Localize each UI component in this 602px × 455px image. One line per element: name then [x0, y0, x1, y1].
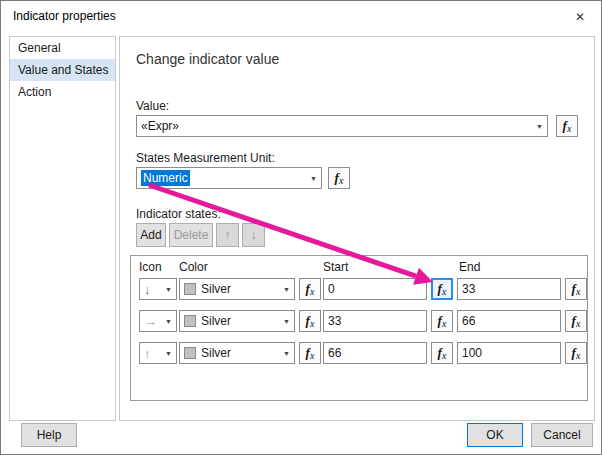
page-title: Change indicator value: [136, 51, 279, 67]
end-input[interactable]: [457, 310, 561, 332]
value-dropdown[interactable]: «Expr» ▼: [136, 115, 548, 137]
value-expression-text: «Expr»: [141, 119, 179, 133]
start-expression-button[interactable]: fx: [431, 342, 453, 364]
start-input[interactable]: [323, 342, 427, 364]
start-expression-button[interactable]: fx: [431, 278, 453, 300]
end-expression-button[interactable]: fx: [565, 342, 587, 364]
value-label: Value:: [136, 99, 169, 113]
color-name: Silver: [201, 346, 231, 360]
chevron-down-icon[interactable]: ▼: [165, 318, 172, 325]
move-down-button[interactable]: ↓: [242, 223, 265, 247]
main-panel: Change indicator value Value: «Expr» ▼ f…: [119, 36, 595, 421]
color-expression-button[interactable]: fx: [299, 342, 321, 364]
chevron-down-icon[interactable]: ▼: [165, 286, 172, 293]
unit-label: States Measurement Unit:: [136, 151, 275, 165]
value-expression-button[interactable]: fx: [556, 115, 578, 137]
indicator-states-table: Icon Color Start End ↓ ▼ Silver ▼ fx fx: [130, 255, 588, 401]
icon-dropdown[interactable]: ↑ ▼: [139, 342, 177, 364]
unit-expression-button[interactable]: fx: [328, 167, 350, 189]
up-arrow-icon: ↑: [225, 228, 231, 242]
column-header-start: Start: [323, 260, 348, 274]
column-header-icon: Icon: [139, 260, 162, 274]
delete-button[interactable]: Delete: [169, 223, 213, 247]
column-header-end: End: [459, 260, 480, 274]
color-expression-button[interactable]: fx: [299, 310, 321, 332]
close-icon[interactable]: ✕: [571, 8, 589, 26]
dialog-title: Indicator properties: [13, 9, 116, 23]
table-row: ↑ ▼ Silver ▼ fx fx fx: [131, 342, 587, 364]
right-arrow-icon: →: [144, 314, 157, 329]
chevron-down-icon[interactable]: ▼: [310, 175, 317, 182]
icon-dropdown[interactable]: ↓ ▼: [139, 278, 177, 300]
color-dropdown[interactable]: Silver ▼: [179, 342, 295, 364]
chevron-down-icon[interactable]: ▼: [283, 318, 290, 325]
color-swatch: [184, 315, 196, 327]
ok-button[interactable]: OK: [467, 423, 523, 447]
color-name: Silver: [201, 314, 231, 328]
up-arrow-icon: ↑: [144, 346, 151, 361]
color-swatch: [184, 347, 196, 359]
title-bar: Indicator properties ✕: [1, 1, 601, 31]
unit-selected-value: Numeric: [141, 170, 190, 186]
cancel-button[interactable]: Cancel: [531, 423, 593, 447]
start-input[interactable]: [323, 310, 427, 332]
table-row: → ▼ Silver ▼ fx fx fx: [131, 310, 587, 332]
color-dropdown[interactable]: Silver ▼: [179, 310, 295, 332]
move-up-button[interactable]: ↑: [216, 223, 239, 247]
indicator-states-label: Indicator states:: [136, 207, 221, 221]
chevron-down-icon[interactable]: ▼: [283, 350, 290, 357]
end-input[interactable]: [457, 278, 561, 300]
down-arrow-icon: ↓: [144, 282, 151, 297]
help-button[interactable]: Help: [21, 423, 77, 447]
sidebar-item-action[interactable]: Action: [10, 81, 115, 103]
sidebar-item-value-and-states[interactable]: Value and States: [10, 59, 115, 81]
sidebar: General Value and States Action: [9, 36, 116, 421]
chevron-down-icon[interactable]: ▼: [165, 350, 172, 357]
chevron-down-icon[interactable]: ▼: [283, 286, 290, 293]
indicator-properties-dialog: Indicator properties ✕ General Value and…: [0, 0, 602, 455]
table-row: ↓ ▼ Silver ▼ fx fx fx: [131, 278, 587, 300]
color-expression-button[interactable]: fx: [299, 278, 321, 300]
end-expression-button[interactable]: fx: [565, 278, 587, 300]
sidebar-item-general[interactable]: General: [10, 37, 115, 59]
column-header-color: Color: [179, 260, 208, 274]
icon-dropdown[interactable]: → ▼: [139, 310, 177, 332]
color-swatch: [184, 283, 196, 295]
unit-dropdown[interactable]: Numeric ▼: [136, 167, 322, 189]
down-arrow-icon: ↓: [251, 228, 257, 242]
start-input[interactable]: [323, 278, 427, 300]
end-expression-button[interactable]: fx: [565, 310, 587, 332]
color-dropdown[interactable]: Silver ▼: [179, 278, 295, 300]
color-name: Silver: [201, 282, 231, 296]
start-expression-button[interactable]: fx: [431, 310, 453, 332]
chevron-down-icon[interactable]: ▼: [536, 123, 543, 130]
end-input[interactable]: [457, 342, 561, 364]
add-button[interactable]: Add: [136, 223, 166, 247]
